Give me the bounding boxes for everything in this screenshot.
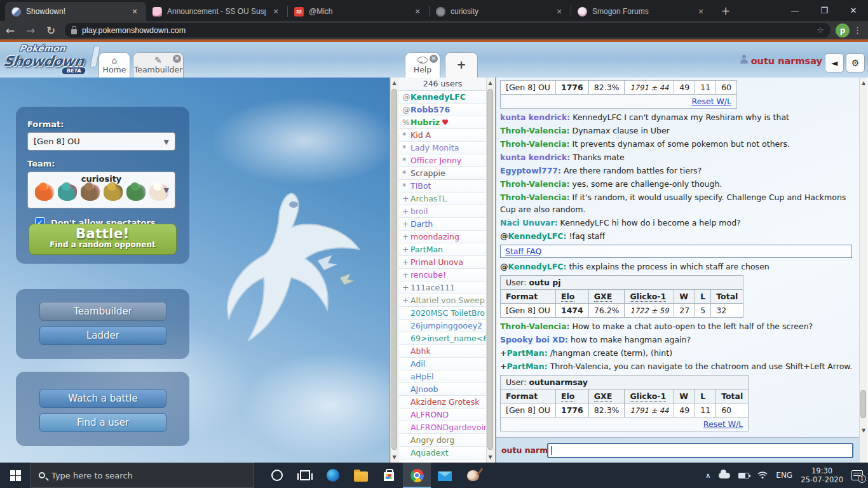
edge-button[interactable] [319, 463, 347, 488]
user-list-item[interactable]: *Officer Jenny [399, 154, 486, 167]
user-list-item[interactable]: AJnoob [399, 383, 486, 396]
minimize-button[interactable]: — [780, 6, 810, 15]
chat-username[interactable]: Spooky boi XD: [500, 335, 568, 344]
tab-teambuilder[interactable]: ✎ Teambuilder ✕ [133, 52, 184, 78]
chat-username[interactable]: Egyptowl777: [500, 166, 561, 175]
tab-close-icon[interactable]: ✕ [271, 6, 281, 17]
user-list-item[interactable]: @KennedyLFC [399, 91, 486, 104]
browser-menu-icon[interactable]: ⋮ [853, 29, 862, 32]
paint-button[interactable] [459, 463, 487, 488]
scroll-up-icon[interactable]: ▲ [391, 80, 398, 86]
mute-button[interactable]: ◄ [825, 53, 844, 72]
user-list-item[interactable]: +Altariel von Sweep [399, 294, 486, 307]
user-list-item[interactable]: +moondazing [399, 231, 486, 243]
tab-home[interactable]: ⌂ Home [98, 52, 130, 78]
user-list-item[interactable]: *TIBot [399, 180, 486, 193]
user-list-item[interactable]: 2020MSC ToiletBro [399, 307, 486, 320]
chat-username[interactable]: Throh-Valencia: [500, 193, 570, 202]
user-list-item[interactable]: +PartMan [399, 243, 486, 256]
start-button[interactable] [0, 463, 31, 488]
user-list-item[interactable]: Angry dorg [399, 434, 486, 447]
team-select[interactable]: curiosity ▼ [27, 172, 175, 208]
store-button[interactable] [375, 463, 403, 488]
staff-faq-link[interactable]: Staff FAQ [505, 247, 541, 256]
close-button[interactable]: ✕ [839, 6, 868, 15]
user-list-item[interactable]: Adil [399, 358, 486, 370]
browser-tab[interactable]: 32@Mich✕ [288, 2, 429, 21]
tab-close-icon[interactable]: ✕ [554, 6, 564, 17]
user-list-item[interactable]: 26jumpinggooey2 [399, 320, 486, 332]
mail-button[interactable] [431, 463, 459, 488]
browser-tab[interactable]: curiosity✕ [430, 2, 571, 21]
tray-expand-icon[interactable]: ∧ [705, 471, 710, 480]
tab-help[interactable]: Help ✕ [405, 52, 440, 78]
scroll-up-icon[interactable]: ▲ [487, 80, 494, 86]
browser-tab[interactable]: Announcement - SS OU Suspe✕ [146, 2, 287, 21]
user-list-item[interactable]: *Kid A [399, 129, 486, 142]
chat-username[interactable]: kunta kendrick: [500, 112, 570, 122]
chrome-button[interactable] [403, 463, 431, 488]
profile-avatar[interactable]: p [836, 24, 850, 37]
username[interactable]: outu narmsay [751, 56, 822, 66]
mainmenu-scrollbar[interactable]: ▲ ▼ [390, 78, 398, 463]
userlist-scrollbar[interactable]: ▲ ▼ [486, 78, 494, 463]
user-list-item[interactable]: Abhk [399, 345, 486, 358]
find-user-button[interactable]: Find a user [39, 413, 166, 432]
user-list-item[interactable]: ALFRONDgardevoir [399, 421, 486, 434]
reload-button[interactable]: ↻ [41, 24, 61, 37]
task-view-button[interactable] [291, 463, 319, 488]
chat-username[interactable]: PartMan: [506, 362, 547, 371]
chat-username[interactable]: Throh-Valencia: [500, 139, 570, 149]
browser-tab[interactable]: Showdown!✕ [5, 2, 146, 21]
language-indicator[interactable]: ENG [776, 471, 792, 480]
user-list-item[interactable]: +rencube! [399, 269, 486, 281]
user-list-item[interactable]: +Primal Unova [399, 256, 486, 269]
user-list-item[interactable]: ALFROND [399, 409, 486, 421]
chat-username[interactable]: kunta kendrick: [500, 152, 570, 162]
scroll-down-icon[interactable]: ▼ [860, 428, 867, 433]
user-list-item[interactable]: *Scrappie [399, 167, 486, 180]
taskbar-search[interactable]: Type here to search [31, 463, 254, 488]
maximize-button[interactable]: ❐ [810, 6, 839, 15]
battle-button[interactable]: Battle! Find a random opponent [29, 224, 177, 255]
ladder-button[interactable]: Ladder [39, 326, 166, 345]
teambuilder-button[interactable]: Teambuilder [39, 302, 166, 321]
chat-username[interactable]: Throh-Valencia: [500, 322, 570, 331]
user-list-item[interactable]: +Darth [399, 218, 486, 231]
reset-wl-link[interactable]: Reset W/L [692, 97, 731, 106]
watch-battle-button[interactable]: Watch a battle [39, 389, 166, 408]
back-button[interactable]: ← [0, 24, 20, 37]
user-menu[interactable]: outu narmsay [740, 56, 822, 66]
format-select[interactable]: [Gen 8] OU▼ [27, 132, 175, 151]
chat-scrollbar[interactable]: ▲ ▼ [859, 78, 867, 463]
chat-username[interactable]: PartMan: [506, 348, 547, 358]
scroll-down-icon[interactable]: ▼ [487, 454, 494, 460]
chat-username[interactable]: KennedyLFC: [508, 262, 567, 271]
notification-center-icon[interactable]: 1 [851, 470, 863, 480]
forward-button[interactable]: → [20, 24, 41, 37]
onedrive-cloud-icon[interactable] [719, 473, 730, 478]
tab-close-icon[interactable]: ✕ [412, 6, 423, 17]
chat-username[interactable]: KennedyLFC: [508, 231, 567, 241]
chat-username[interactable]: Throh-Valencia: [500, 126, 570, 135]
browser-tab[interactable]: Smogon Forums✕ [571, 2, 712, 21]
scroll-down-icon[interactable]: ▼ [391, 454, 398, 460]
user-list-item[interactable]: *Lady Monita [399, 142, 486, 154]
scroll-up-icon[interactable]: ▲ [860, 80, 867, 86]
user-list-item[interactable]: aHpEl [399, 370, 486, 383]
address-bar[interactable]: play.pokemonshowdown.com ☆ [65, 23, 831, 37]
new-tab-button[interactable]: + [712, 4, 739, 21]
user-list-item[interactable]: +broil [399, 205, 486, 218]
battery-icon[interactable] [738, 473, 749, 478]
chat-input[interactable] [547, 443, 853, 458]
cortana-button[interactable] [263, 463, 291, 488]
new-room-button[interactable]: + [445, 52, 478, 78]
close-tab-icon[interactable]: ✕ [173, 55, 181, 63]
chat-log[interactable]: [Gen 8] OU177682.3%1791 ± 44491160Reset … [500, 78, 856, 437]
user-list-item[interactable]: @Robb576 [399, 104, 486, 116]
user-list-item[interactable]: %Hubriz♥ [399, 116, 486, 129]
user-list-item[interactable]: 69>insert_name<6 [399, 332, 486, 345]
bookmark-star-icon[interactable]: ☆ [817, 25, 824, 35]
settings-gear-button[interactable]: ⚙ [846, 53, 865, 72]
tab-close-icon[interactable]: ✕ [130, 6, 140, 17]
